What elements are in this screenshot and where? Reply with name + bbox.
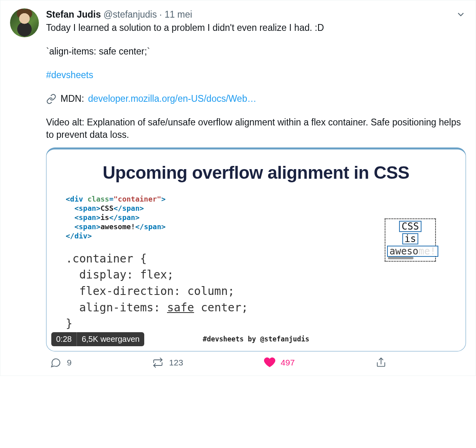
video-duration: 0:28 [51, 332, 77, 346]
author-name[interactable]: Stefan Judis [46, 9, 101, 20]
slide-title: Upcoming overflow alignment in CSS [66, 161, 446, 184]
external-link[interactable]: developer.mozilla.org/en-US/docs/Web… [88, 93, 256, 105]
more-menu-button[interactable] [456, 9, 466, 20]
hashtag-link[interactable]: #devsheets [46, 70, 93, 80]
text-line: Video alt: Explanation of safe/unsafe ov… [46, 116, 466, 141]
retweet-count: 123 [169, 357, 183, 368]
slide: Upcoming overflow alignment in CSS <div … [46, 149, 466, 351]
video-views: 6,5K weergaven [77, 332, 145, 346]
like-count: 497 [281, 357, 295, 368]
tweet[interactable]: Stefan Judis @stefanjudis · 11 mei Today… [0, 0, 476, 376]
demo-item: is [402, 233, 419, 244]
tweet-actions: 9 123 497 [46, 351, 391, 371]
link-icon [46, 94, 56, 104]
reply-icon [50, 357, 61, 368]
retweet-button[interactable]: 123 [152, 357, 183, 368]
reply-count: 9 [67, 357, 72, 368]
code-html: <div class="container"> <span>CSS</span>… [66, 194, 362, 240]
reply-button[interactable]: 9 [50, 357, 72, 368]
tweet-date[interactable]: 11 mei [165, 9, 192, 20]
link-label: MDN: [61, 93, 84, 105]
video-overlay: 0:28 6,5K weergaven [51, 332, 144, 346]
avatar[interactable] [10, 8, 39, 37]
scrollbar-thumb [388, 257, 413, 259]
heart-icon [264, 357, 275, 368]
demo-item: CSS [399, 221, 421, 232]
like-button[interactable]: 497 [264, 357, 295, 368]
tweet-header: Stefan Judis @stefanjudis · 11 mei [46, 8, 466, 21]
share-icon [375, 357, 387, 368]
text-line: `align-items: safe center;` [46, 45, 466, 58]
separator-dot: · [159, 9, 165, 20]
chevron-down-icon [456, 9, 466, 20]
code-css: .container { display: flex; flex-directi… [66, 251, 362, 332]
retweet-icon [152, 357, 163, 368]
text-line: Today I learned a solution to a problem … [46, 22, 466, 34]
demo-figure: CSSisawesome! [374, 218, 446, 262]
author-handle[interactable]: @stefanjudis [103, 9, 157, 20]
media-card[interactable]: Upcoming overflow alignment in CSS <div … [46, 147, 466, 351]
tweet-text: Today I learned a solution to a problem … [46, 22, 466, 141]
demo-item-overflow: awesome! [387, 246, 438, 257]
share-button[interactable] [375, 357, 387, 368]
